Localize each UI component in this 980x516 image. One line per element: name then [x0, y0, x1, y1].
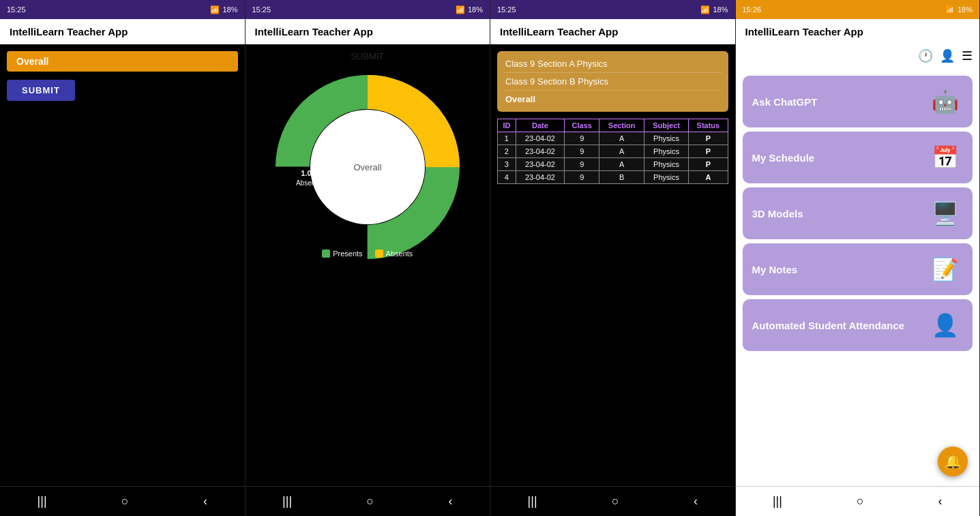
submit-watermark: SUBMIT — [351, 51, 384, 61]
cell-section: A — [599, 158, 644, 171]
app-title-2: IntelliLearn Teacher App — [246, 19, 490, 44]
app-title-4: IntelliLearn Teacher App — [736, 19, 980, 44]
menu-item-ask-chatgpt[interactable]: Ask ChatGPT 🤖 — [743, 76, 973, 127]
table-row: 4 23-04-02 9 B Physics A — [498, 171, 728, 184]
col-header-section: Section — [599, 119, 644, 132]
nav-menu-icon-2[interactable]: ||| — [282, 494, 292, 509]
dropdown-item-2[interactable]: Class 9 Section B Physics — [504, 73, 722, 91]
legend-presents: Presents — [322, 249, 362, 258]
submit-button-1[interactable]: SUBMIT — [7, 80, 75, 101]
menu-item-label-my-schedule: My Schedule — [752, 152, 815, 164]
clock-icon[interactable]: 🕐 — [918, 48, 933, 63]
wifi-icon-1: 📶 — [210, 5, 220, 14]
dropdown-item-1[interactable]: Class 9 Section A Physics — [504, 55, 722, 73]
dropdown-item-3[interactable]: Overall — [504, 91, 722, 108]
status-time-2: 15:25 — [252, 5, 271, 14]
status-time-3: 15:25 — [497, 5, 516, 14]
person-icon[interactable]: 👤 — [940, 48, 955, 63]
menu-item-my-notes[interactable]: My Notes 📝 — [743, 243, 973, 295]
status-bar-2: 15:25 📶 18% — [246, 0, 490, 19]
menu-item-label-3d-models: 3D Models — [752, 208, 803, 219]
menu-item-automated-attendance[interactable]: Automated Student Attendance 👤 — [743, 299, 973, 351]
menu-icon[interactable]: ☰ — [962, 48, 972, 63]
status-battery-1: 📶 18% — [210, 5, 237, 14]
wifi-icon-3: 📶 — [700, 5, 710, 14]
app-title-3: IntelliLearn Teacher App — [490, 19, 735, 44]
menu-item-my-schedule[interactable]: My Schedule 📅 — [743, 132, 973, 183]
panel-4-wrapper: 15:26 📶 18% IntelliLearn Teacher App 🕐 👤… — [736, 0, 981, 516]
panel-2-content: SUBMIT Overall 1.00 Absents 3.00 Pr — [246, 44, 490, 486]
nav-back-icon-1[interactable]: ‹ — [203, 494, 207, 509]
legend-absents-color — [375, 249, 383, 258]
status-time-1: 15:25 — [7, 5, 26, 14]
nav-home-icon-1[interactable]: ○ — [121, 494, 129, 509]
col-header-class: Class — [565, 119, 599, 132]
table-row: 1 23-04-02 9 A Physics P — [498, 132, 728, 145]
cell-subject: Physics — [644, 171, 688, 184]
status-battery-2: 📶 18% — [456, 5, 483, 14]
nav-back-icon-2[interactable]: ‹ — [448, 494, 452, 509]
wifi-icon-2: 📶 — [456, 5, 465, 14]
menu-item-3d-models[interactable]: 3D Models 🖥️ — [743, 187, 973, 239]
overall-label: Overall — [7, 51, 238, 72]
legend-absents: Absents — [375, 249, 413, 258]
status-bar-4: 15:26 📶 18% — [736, 0, 980, 19]
cell-id: 3 — [498, 158, 516, 171]
cell-section: B — [599, 171, 644, 184]
menu-list: Ask ChatGPT 🤖 My Schedule 📅 3D Models 🖥️… — [736, 67, 980, 486]
menu-item-icon-ask-chatgpt: 🤖 — [927, 84, 963, 119]
absents-label: Absents — [296, 179, 321, 187]
nav-menu-icon-4[interactable]: ||| — [773, 494, 782, 509]
panel-2: 15:25 📶 18% IntelliLearn Teacher App SUB… — [246, 0, 491, 516]
panel-1-content: Overall SUBMIT — [0, 44, 245, 486]
donut-svg: Overall 1.00 Absents 3.00 Presents — [269, 68, 466, 266]
status-battery-4: 📶 18% — [945, 5, 972, 14]
menu-item-label-automated-attendance: Automated Student Attendance — [752, 320, 905, 331]
attendance-table: ID Date Class Section Subject Status 1 2… — [497, 119, 728, 184]
chart-legend: Presents Absents — [322, 249, 413, 258]
legend-presents-label: Presents — [333, 249, 362, 258]
cell-subject: Physics — [644, 132, 688, 145]
cell-status: P — [689, 158, 728, 171]
cell-id: 1 — [498, 132, 516, 145]
panel-1: 15:25 📶 18% IntelliLearn Teacher App Ove… — [0, 0, 246, 516]
col-header-status: Status — [689, 119, 728, 132]
absents-value: 1.00 — [301, 169, 315, 177]
cell-class: 9 — [565, 171, 599, 184]
cell-id: 2 — [498, 145, 516, 158]
panel-4: 15:26 📶 18% IntelliLearn Teacher App 🕐 👤… — [736, 0, 981, 516]
nav-home-icon-3[interactable]: ○ — [612, 494, 619, 509]
section-dropdown[interactable]: Class 9 Section A Physics Class 9 Sectio… — [497, 51, 728, 112]
menu-item-icon-my-schedule: 📅 — [927, 140, 963, 175]
cell-date: 23-04-02 — [516, 132, 564, 145]
status-time-4: 15:26 — [743, 5, 762, 14]
nav-back-icon-4[interactable]: ‹ — [938, 494, 942, 509]
cell-date: 23-04-02 — [516, 145, 564, 158]
col-header-id: ID — [498, 119, 516, 132]
nav-home-icon-4[interactable]: ○ — [857, 494, 864, 509]
notification-fab[interactable]: 🔔 — [938, 446, 968, 476]
col-header-subject: Subject — [644, 119, 688, 132]
cell-section: A — [599, 132, 644, 145]
donut-center-label: Overall — [353, 162, 381, 172]
nav-menu-icon-3[interactable]: ||| — [528, 494, 537, 509]
cell-section: A — [599, 145, 644, 158]
nav-menu-icon-1[interactable]: ||| — [38, 494, 47, 509]
panel-3-content: Class 9 Section A Physics Class 9 Sectio… — [490, 44, 735, 486]
table-row: 3 23-04-02 9 A Physics P — [498, 158, 728, 171]
nav-home-icon-2[interactable]: ○ — [366, 494, 374, 509]
nav-bar-4: ||| ○ ‹ — [736, 486, 980, 516]
nav-bar-1: ||| ○ ‹ — [0, 486, 245, 516]
app-title-1: IntelliLearn Teacher App — [0, 19, 245, 44]
panel-3: 15:25 📶 18% IntelliLearn Teacher App Cla… — [490, 0, 736, 516]
cell-status: P — [689, 132, 728, 145]
cell-class: 9 — [565, 132, 599, 145]
table-row: 2 23-04-02 9 A Physics P — [498, 145, 728, 158]
panel-4-content: Ask ChatGPT 🤖 My Schedule 📅 3D Models 🖥️… — [736, 67, 980, 486]
cell-status: A — [689, 171, 728, 184]
menu-item-icon-automated-attendance: 👤 — [927, 307, 963, 343]
nav-back-icon-3[interactable]: ‹ — [694, 494, 698, 509]
status-bar-3: 15:25 📶 18% — [490, 0, 735, 19]
cell-id: 4 — [498, 171, 516, 184]
cell-subject: Physics — [644, 158, 688, 171]
